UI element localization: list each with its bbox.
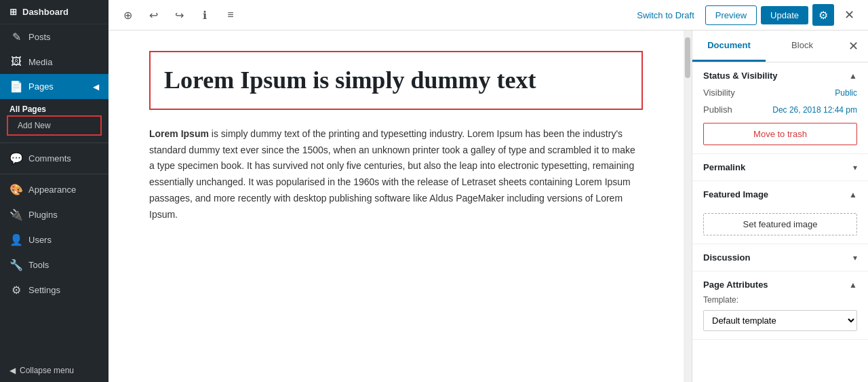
discussion-title: Discussion: [703, 252, 750, 263]
posts-icon: ✎: [9, 31, 23, 43]
comments-icon: 💬: [9, 152, 23, 165]
undo-button[interactable]: ↩: [142, 4, 164, 26]
toolbar: ⊕ ↩ ↪ ℹ ≡ Switch to Draft Preview Update…: [108, 0, 868, 31]
permalink-header[interactable]: Permalink ▾: [703, 162, 857, 172]
publish-label: Publish: [703, 104, 732, 115]
sidebar: ⊞ Dashboard ✎ Posts 🖼 Media 📄 Pages ◀ Al…: [0, 0, 108, 382]
page-attributes-section: Page Attributes ▲ Template: Default temp…: [692, 271, 868, 340]
status-visibility-content: Visibility Public Publish Dec 26, 2018 1…: [703, 88, 857, 145]
pages-arrow-icon: ◀: [93, 82, 99, 92]
update-label: Update: [770, 10, 799, 20]
panel-close-button[interactable]: ✕: [839, 31, 868, 62]
preview-label: Preview: [715, 10, 747, 20]
page-attributes-content: Template: Default template: [703, 295, 857, 331]
editor-body-text: is simply dummy text of the printing and…: [149, 128, 635, 220]
sidebar-item-label: Pages: [28, 81, 54, 92]
sidebar-item-label: Media: [28, 57, 52, 67]
collapse-label: Collapse menu: [20, 366, 74, 375]
template-select[interactable]: Default template: [703, 310, 857, 331]
all-pages-label: All Pages: [0, 99, 108, 115]
visibility-value[interactable]: Public: [835, 88, 857, 98]
discussion-header[interactable]: Discussion ▾: [703, 252, 857, 263]
settings-gear-icon: ⚙: [818, 9, 828, 22]
update-button[interactable]: Update: [761, 6, 808, 24]
tab-document[interactable]: Document: [692, 31, 766, 62]
editor: Lorem Ipsum is simply dummy text Lorem I…: [108, 31, 684, 382]
main-wrapper: ⊕ ↩ ↪ ℹ ≡ Switch to Draft Preview Update…: [108, 0, 868, 382]
move-to-trash-button[interactable]: Move to trash: [703, 123, 857, 145]
pages-icon: 📄: [9, 80, 23, 93]
featured-image-title: Featured Image: [703, 189, 768, 199]
page-attributes-title: Page Attributes: [703, 280, 768, 290]
info-icon: ℹ: [203, 9, 207, 22]
preview-button[interactable]: Preview: [705, 5, 757, 25]
sidebar-item-users[interactable]: 👤 Users: [0, 227, 108, 252]
wp-logo-icon: ⊞: [9, 7, 17, 17]
tab-block[interactable]: Block: [766, 31, 839, 62]
template-label: Template:: [703, 295, 857, 305]
sidebar-item-label: Posts: [28, 32, 51, 42]
settings-toggle-button[interactable]: ⚙: [812, 4, 834, 26]
add-new-label: Add New: [18, 121, 51, 130]
appearance-icon: 🎨: [9, 183, 23, 196]
sidebar-item-posts[interactable]: ✎ Posts: [0, 24, 108, 50]
featured-image-section: Featured Image ▲ Set featured image: [692, 181, 868, 244]
redo-button[interactable]: ↪: [168, 4, 190, 26]
sidebar-item-label: Users: [28, 235, 52, 245]
sidebar-item-media[interactable]: 🖼 Media: [0, 50, 108, 74]
set-featured-label: Set featured image: [743, 219, 818, 229]
content-area: Lorem Ipsum is simply dummy text Lorem I…: [108, 31, 868, 382]
close-editor-button[interactable]: ✕: [838, 4, 860, 26]
sidebar-item-label: Comments: [28, 153, 71, 164]
media-icon: 🖼: [9, 56, 23, 68]
editor-body-bold: Lorem Ipsum: [149, 128, 209, 139]
featured-image-header[interactable]: Featured Image ▲: [703, 189, 857, 199]
collapse-menu-button[interactable]: ◀ Collapse menu: [0, 359, 108, 382]
add-block-button[interactable]: ⊕: [117, 4, 138, 26]
move-to-trash-label: Move to trash: [753, 129, 807, 139]
add-new-link[interactable]: Add New: [7, 115, 102, 136]
editor-scrollbar[interactable]: [684, 31, 692, 382]
editor-body[interactable]: Lorem Ipsum is simply dummy text of the …: [149, 126, 643, 223]
status-visibility-header[interactable]: Status & Visibility ▲: [703, 71, 857, 81]
page-attributes-header[interactable]: Page Attributes ▲: [703, 280, 857, 290]
tools-icon: 🔧: [9, 259, 23, 271]
switch-to-draft-button[interactable]: Switch to Draft: [630, 6, 701, 24]
sidebar-item-tools[interactable]: 🔧 Tools: [0, 252, 108, 278]
collapse-icon: ◀: [9, 366, 16, 375]
publish-row: Publish Dec 26, 2018 12:44 pm: [703, 104, 857, 115]
visibility-row: Visibility Public: [703, 88, 857, 98]
sidebar-item-label: Appearance: [28, 185, 76, 195]
panel-close-icon: ✕: [848, 39, 859, 53]
publish-value[interactable]: Dec 26, 2018 12:44 pm: [772, 105, 857, 115]
permalink-chevron: ▾: [853, 163, 857, 172]
list-icon: ≡: [227, 9, 233, 21]
sidebar-item-pages[interactable]: 📄 Pages ◀: [0, 74, 108, 99]
sidebar-item-label: Tools: [28, 260, 49, 270]
sidebar-item-settings[interactable]: ⚙ Settings: [0, 278, 108, 303]
users-icon: 👤: [9, 233, 23, 246]
settings-icon: ⚙: [9, 284, 23, 297]
status-visibility-section: Status & Visibility ▲ Visibility Public …: [692, 62, 868, 154]
sidebar-item-plugins[interactable]: 🔌 Plugins: [0, 202, 108, 227]
redo-icon: ↪: [175, 9, 184, 22]
status-visibility-chevron: ▲: [849, 71, 857, 81]
page-title[interactable]: Lorem Ipsum is simply dummy text: [164, 64, 628, 96]
set-featured-image-button[interactable]: Set featured image: [703, 213, 857, 235]
editor-title-block[interactable]: Lorem Ipsum is simply dummy text: [149, 51, 643, 110]
scrollbar-thumb[interactable]: [685, 37, 690, 78]
tab-document-label: Document: [707, 40, 751, 50]
permalink-title: Permalink: [703, 162, 745, 172]
add-icon: ⊕: [123, 9, 132, 22]
sidebar-item-comments[interactable]: 💬 Comments: [0, 146, 108, 171]
featured-image-chevron: ▲: [849, 190, 857, 199]
info-button[interactable]: ℹ: [194, 4, 216, 26]
sidebar-item-label: Settings: [28, 285, 60, 295]
page-attributes-chevron: ▲: [849, 280, 857, 290]
sidebar-logo-label: Dashboard: [22, 7, 68, 17]
discussion-section: Discussion ▾: [692, 244, 868, 271]
list-view-button[interactable]: ≡: [220, 4, 241, 26]
sidebar-item-appearance[interactable]: 🎨 Appearance: [0, 177, 108, 202]
undo-icon: ↩: [149, 9, 158, 22]
sidebar-logo[interactable]: ⊞ Dashboard: [0, 0, 108, 24]
